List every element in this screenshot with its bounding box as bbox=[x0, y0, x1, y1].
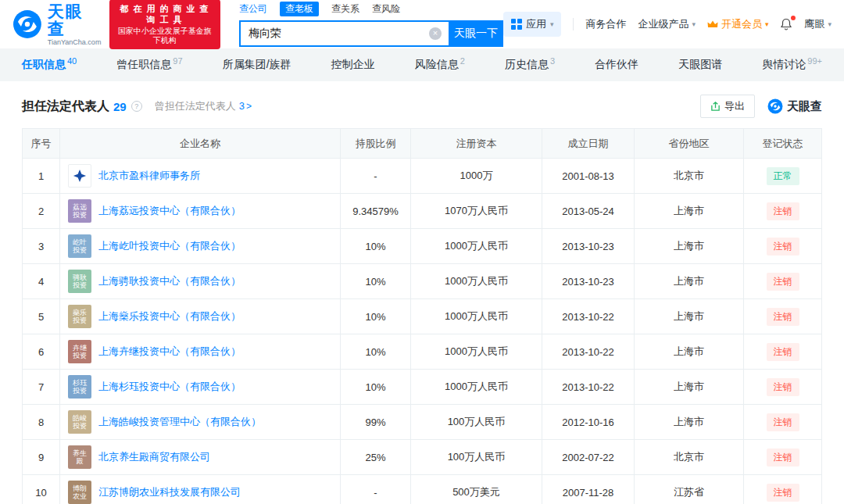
row-index: 3 bbox=[23, 229, 60, 264]
company-link[interactable]: 上海荔远投资中心（有限合伙） bbox=[98, 204, 241, 218]
province-region: 上海市 bbox=[635, 264, 744, 299]
chevron-right-icon: > bbox=[246, 101, 252, 112]
search-tab[interactable]: 查关系 bbox=[331, 2, 359, 16]
status-badge: 正常 bbox=[767, 167, 799, 185]
nav-tab-label: 历史信息 bbox=[505, 58, 549, 70]
established-date: 2012-10-16 bbox=[542, 405, 635, 440]
province-region: 上海市 bbox=[635, 334, 744, 370]
section-title: 担任法定代表人 bbox=[22, 98, 109, 115]
enterprise-products-label: 企业级产品 bbox=[638, 17, 688, 31]
company-link[interactable]: 上海燊乐投资中心（有限合伙） bbox=[98, 309, 241, 323]
nav-tab-label: 所属集团/族群 bbox=[223, 58, 291, 70]
former-legal-rep-label: 曾担任法定代表人 bbox=[155, 100, 236, 112]
nav-tab[interactable]: 控制企业 bbox=[331, 58, 375, 72]
business-cooperation-link[interactable]: 商务合作 bbox=[585, 17, 626, 31]
help-icon[interactable]: ? bbox=[131, 101, 142, 112]
nav-tab[interactable]: 所属集团/族群 bbox=[223, 58, 291, 72]
company-link[interactable]: 江苏博朗农业科技发展有限公司 bbox=[98, 485, 241, 499]
status-badge: 注销 bbox=[767, 308, 799, 326]
company-link[interactable]: 上海杉珏投资中心（有限合伙） bbox=[98, 380, 241, 394]
table-header-row: 序号企业名称持股比例注册资本成立日期省份地区登记状态 bbox=[23, 129, 822, 159]
status-cell: 注销 bbox=[744, 405, 822, 440]
shareholding-ratio: 10% bbox=[341, 229, 411, 264]
enterprise-products-menu[interactable]: 企业级产品 ▾ bbox=[638, 17, 696, 31]
shareholding-ratio: - bbox=[341, 475, 411, 504]
vip-upgrade-menu[interactable]: 开通会员 ▾ bbox=[707, 17, 769, 31]
row-index: 9 bbox=[23, 440, 60, 475]
crown-icon bbox=[707, 20, 718, 29]
nav-tab-count: 40 bbox=[67, 56, 77, 66]
status-cell: 注销 bbox=[744, 370, 822, 405]
nav-tab[interactable]: 风险信息2 bbox=[415, 58, 465, 72]
province-region: 上海市 bbox=[635, 405, 744, 440]
established-date: 2013-10-23 bbox=[542, 264, 635, 299]
column-header: 持股比例 bbox=[341, 129, 411, 159]
chevron-down-icon: ▾ bbox=[692, 20, 696, 28]
export-button[interactable]: 导出 bbox=[700, 95, 755, 118]
status-badge: 注销 bbox=[767, 343, 799, 361]
nav-tab-label: 任职信息 bbox=[22, 58, 66, 70]
tianyancha-logo[interactable]: 天眼查 TianYanCha.com bbox=[13, 3, 102, 46]
business-cooperation-label: 商务合作 bbox=[585, 17, 626, 31]
registered-capital: 1070万人民币 bbox=[411, 194, 542, 229]
table-row: 4骋耿投资上海骋耿投资中心（有限合伙）10%1000万人民币2013-10-23… bbox=[23, 264, 822, 299]
export-label: 导出 bbox=[724, 99, 745, 113]
search-tab[interactable]: 查风险 bbox=[372, 2, 400, 16]
shareholding-ratio: 9.34579% bbox=[341, 194, 411, 229]
nav-tab-label: 舆情讨论 bbox=[762, 58, 806, 70]
promo-line1: 都 在 用 的 商 业 查 询 工 具 bbox=[116, 3, 214, 25]
established-date: 2002-07-22 bbox=[542, 440, 635, 475]
company-logo: 荔远投资 bbox=[68, 199, 91, 223]
eagle-eye-menu[interactable]: 鹰眼 ▾ bbox=[804, 17, 831, 31]
registered-capital: 1000万 bbox=[411, 159, 542, 194]
row-index: 7 bbox=[23, 370, 60, 405]
search-tab[interactable]: 查公司 bbox=[239, 2, 267, 16]
status-cell: 注销 bbox=[744, 194, 822, 229]
company-link[interactable]: 上海屹叶投资中心（有限合伙） bbox=[98, 239, 241, 253]
logo-text: 天眼查 bbox=[48, 3, 102, 38]
registered-capital: 1000万人民币 bbox=[411, 370, 542, 405]
province-region: 北京市 bbox=[635, 159, 744, 194]
table-row: 8皓峻投资上海皓峻投资管理中心（有限合伙）99%100万人民币2012-10-1… bbox=[23, 405, 822, 440]
nav-tab[interactable]: 任职信息40 bbox=[22, 58, 77, 72]
clear-search-icon[interactable]: × bbox=[429, 27, 442, 40]
nav-tab-count: 2 bbox=[460, 56, 465, 66]
promo-badge: 都 在 用 的 商 业 查 询 工 具 国家中小企业发展子基金旗下机构 bbox=[109, 0, 220, 49]
nav-tab-label: 合作伙伴 bbox=[595, 58, 638, 70]
column-header: 成立日期 bbox=[542, 129, 635, 159]
row-index: 4 bbox=[23, 264, 60, 299]
chevron-down-icon: ▾ bbox=[550, 20, 554, 28]
company-link[interactable]: 上海皓峻投资管理中心（有限合伙） bbox=[98, 415, 261, 429]
company-cell: 养生殿北京养生殿商贸有限公司 bbox=[60, 440, 341, 475]
nav-tab[interactable]: 天眼图谱 bbox=[678, 58, 722, 72]
company-cell: 皓峻投资上海皓峻投资管理中心（有限合伙） bbox=[60, 405, 341, 440]
table-row: 3屹叶投资上海屹叶投资中心（有限合伙）10%1000万人民币2013-10-23… bbox=[23, 229, 822, 264]
chevron-down-icon: ▾ bbox=[828, 20, 831, 28]
logo-domain: TianYanCha.com bbox=[48, 38, 102, 46]
company-cell: 杉珏投资上海杉珏投资中心（有限合伙） bbox=[60, 370, 341, 405]
row-index: 2 bbox=[23, 194, 60, 229]
nav-tab[interactable]: 曾任职信息97 bbox=[116, 58, 182, 72]
apps-menu[interactable]: 应用 ▾ bbox=[503, 12, 562, 37]
company-logo: 骋耿投资 bbox=[68, 270, 91, 293]
nav-tab[interactable]: 舆情讨论99+ bbox=[762, 58, 822, 72]
company-link[interactable]: 北京养生殿商贸有限公司 bbox=[98, 450, 210, 464]
column-header: 企业名称 bbox=[60, 129, 341, 159]
notifications-bell-icon[interactable] bbox=[780, 18, 792, 30]
province-region: 上海市 bbox=[635, 299, 744, 334]
nav-tab[interactable]: 历史信息3 bbox=[505, 58, 555, 72]
search-button[interactable]: 天眼一下 bbox=[449, 20, 503, 47]
nav-tab[interactable]: 合作伙伴 bbox=[595, 58, 638, 72]
search-tab[interactable]: 查老板 bbox=[280, 2, 319, 16]
search-input[interactable] bbox=[239, 20, 449, 47]
table-row: 5燊乐投资上海燊乐投资中心（有限合伙）10%1000万人民币2013-10-22… bbox=[23, 299, 822, 334]
company-link[interactable]: 上海骋耿投资中心（有限合伙） bbox=[98, 274, 241, 288]
divider bbox=[573, 18, 574, 30]
former-legal-rep-link[interactable]: 曾担任法定代表人3> bbox=[155, 99, 252, 113]
company-link[interactable]: 上海卉继投资中心（有限合伙） bbox=[98, 345, 241, 359]
company-link[interactable]: 北京市盈科律师事务所 bbox=[98, 169, 200, 183]
company-cell: 卉继投资上海卉继投资中心（有限合伙） bbox=[60, 334, 341, 370]
column-header: 注册资本 bbox=[411, 129, 542, 159]
shareholding-ratio: 10% bbox=[341, 334, 411, 370]
row-index: 6 bbox=[23, 334, 60, 370]
